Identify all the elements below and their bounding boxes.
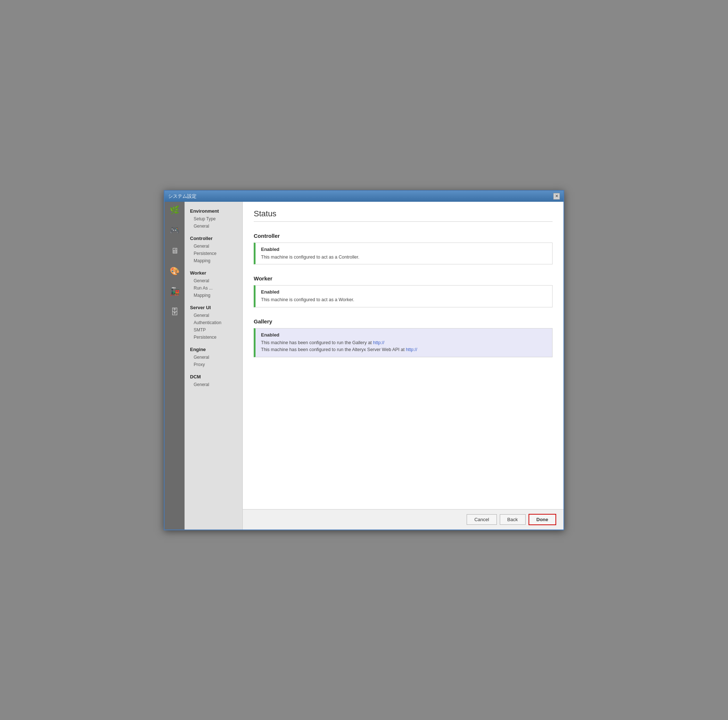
nav-item-controller-general[interactable]: General [185,242,242,250]
nav-section-title-worker: Worker [185,267,242,277]
nav-item-controller-persistence[interactable]: Persistence [185,250,242,257]
nav-item-serverui-authentication[interactable]: Authentication [185,319,242,326]
nav-item-serverui-smtp[interactable]: SMTP [185,326,242,334]
serverui-icon[interactable]: 🎨 [170,267,179,276]
nav-section-title-controller: Controller [185,233,242,242]
nav-section-title-dcm: DCM [185,371,242,381]
gallery-status-label: Enabled [261,332,547,338]
gallery-gallery-url-line: This machine has been configured to run … [261,339,547,346]
titlebar: システム設定 ✕ [165,191,563,202]
controller-status-card: Enabled This machine is configured to ac… [254,242,552,265]
engine-icon[interactable]: 🚂 [170,287,179,296]
cancel-button[interactable]: Cancel [466,514,497,525]
nav-item-worker-mapping[interactable]: Mapping [185,292,242,299]
nav-section-dcm: DCM General [185,371,242,388]
controller-status-label: Enabled [261,247,547,252]
nav-item-serverui-general[interactable]: General [185,312,242,319]
nav-item-engine-general[interactable]: General [185,354,242,361]
environment-icon[interactable]: 🌿 [170,205,179,215]
gallery-section-header: Gallery [254,318,552,325]
nav-item-controller-mapping[interactable]: Mapping [185,257,242,264]
nav-section-worker: Worker General Run As ... Mapping [185,267,242,299]
worker-section-header: Worker [254,275,552,282]
gallery-api-url-line: This machine has been configured to run … [261,346,547,353]
worker-icon[interactable]: 🖥 [171,246,179,256]
gallery-url-link[interactable]: http:// [373,340,384,345]
nav-section-title-serverui: Server UI [185,302,242,312]
nav-item-setup-type[interactable]: Setup Type [185,215,242,222]
done-button[interactable]: Done [529,514,557,525]
controller-status-message: This machine is configured to act as a C… [261,254,547,261]
window-title: システム設定 [168,193,197,199]
nav-item-environment-general[interactable]: General [185,222,242,230]
nav-item-engine-proxy[interactable]: Proxy [185,361,242,368]
sidebar-nav: Environment Setup Type General Controlle… [185,202,243,530]
gallery-status-card: Enabled This machine has been configured… [254,328,552,357]
worker-status-message: This machine is configured to act as a W… [261,296,547,303]
status-panel: Status Controller Enabled This machine i… [243,202,563,509]
gallery-api-url-link[interactable]: http:// [406,347,417,352]
footer: Cancel Back Done [243,509,563,530]
nav-section-title-environment: Environment [185,205,242,215]
nav-section-title-engine: Engine [185,344,242,354]
nav-section-engine: Engine General Proxy [185,344,242,368]
worker-status-card: Enabled This machine is configured to ac… [254,285,552,307]
nav-item-serverui-persistence[interactable]: Persistence [185,334,242,341]
system-settings-window: システム設定 ✕ 🌿 🎮 🖥 🎨 🚂 🗄 Environment Setup T… [164,190,564,530]
nav-item-dcm-general[interactable]: General [185,381,242,388]
controller-section-header: Controller [254,233,552,239]
nav-section-controller: Controller General Persistence Mapping [185,233,242,264]
worker-status-label: Enabled [261,289,547,295]
nav-section-serverui: Server UI General Authentication SMTP Pe… [185,302,242,341]
back-button[interactable]: Back [500,514,526,525]
sidebar-icons-panel: 🌿 🎮 🖥 🎨 🚂 🗄 [165,202,185,530]
nav-item-worker-runas[interactable]: Run As ... [185,285,242,292]
nav-item-worker-general[interactable]: General [185,277,242,285]
close-button[interactable]: ✕ [553,193,560,199]
nav-section-environment: Environment Setup Type General [185,205,242,230]
page-title: Status [254,209,552,222]
controller-icon[interactable]: 🎮 [170,226,179,235]
dcm-icon[interactable]: 🗄 [171,307,179,317]
main-content-area: 🌿 🎮 🖥 🎨 🚂 🗄 Environment Setup Type Gener… [165,202,563,530]
